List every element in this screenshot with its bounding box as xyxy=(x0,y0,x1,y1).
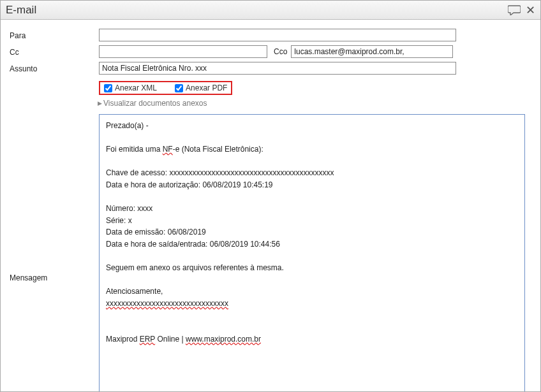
row-options: Anexar XML Anexar PDF ▶ Visualizar docum… xyxy=(10,78,534,110)
anexar-xml-checkbox[interactable]: Anexar XML xyxy=(104,83,157,92)
wavy-nf: NF xyxy=(163,145,173,154)
label-mensagem: Mensagem xyxy=(10,114,99,392)
anexar-pdf-input[interactable] xyxy=(175,84,183,92)
anexar-xml-input[interactable] xyxy=(104,84,112,92)
msg-numero: Número: xxxx xyxy=(106,203,518,215)
para-input[interactable] xyxy=(99,29,456,41)
msg-chave: Chave de acesso: xxxxxxxxxxxxxxxxxxxxxxx… xyxy=(106,167,518,179)
row-assunto: Assunto xyxy=(10,62,534,75)
comment-icon[interactable] xyxy=(508,5,521,15)
msg-saida: Data e hora de saída/entrada: 06/08/2019… xyxy=(106,238,518,250)
message-textarea[interactable]: Prezado(a) - Foi emitida uma NF-e (Nota … xyxy=(99,114,525,392)
msg-greeting: Prezado(a) - xyxy=(106,120,518,132)
title-bar: E-mail ✕ xyxy=(1,1,540,20)
email-form: Para Cc Cco Assunto Anexar XML xyxy=(1,20,540,392)
assunto-input[interactable] xyxy=(99,62,456,75)
row-cc: Cc Cco xyxy=(10,45,534,58)
msg-emissao: Data de emissão: 06/08/2019 xyxy=(106,226,518,238)
window-title: E-mail xyxy=(6,4,36,17)
label-para: Para xyxy=(10,30,99,40)
msg-xline: xxxxxxxxxxxxxxxxxxxxxxxxxxxxxxxx xyxy=(106,298,518,310)
anexar-xml-label: Anexar XML xyxy=(115,83,157,92)
visualizar-anexos-label: Visualizar documentos anexos xyxy=(103,99,207,108)
msg-footer: Maxiprod ERP Online | www.maxiprod.com.b… xyxy=(106,333,518,345)
chevron-right-icon: ▶ xyxy=(98,100,102,106)
label-cco: Cco xyxy=(274,47,287,56)
msg-auth: Data e hora de autorização: 06/08/2019 1… xyxy=(106,179,518,191)
row-para: Para xyxy=(10,29,534,41)
cco-input[interactable] xyxy=(291,45,453,58)
label-assunto: Assunto xyxy=(10,63,99,73)
anexar-pdf-label: Anexar PDF xyxy=(186,83,227,92)
anexar-pdf-checkbox[interactable]: Anexar PDF xyxy=(175,83,227,92)
attachments-highlight-box: Anexar XML Anexar PDF xyxy=(99,81,232,95)
label-cc: Cc xyxy=(10,47,99,57)
visualizar-anexos-expander[interactable]: ▶ Visualizar documentos anexos xyxy=(98,99,207,108)
msg-intro: Foi emitida uma NF-e (Nota Fiscal Eletrô… xyxy=(106,143,518,156)
close-icon[interactable]: ✕ xyxy=(526,4,535,16)
cc-input[interactable] xyxy=(99,45,267,58)
row-mensagem: Mensagem Prezado(a) - Foi emitida uma NF… xyxy=(10,114,534,392)
msg-atenciosamente: Atenciosamente, xyxy=(106,286,518,298)
msg-seguem: Seguem em anexo os arquivos referentes à… xyxy=(106,262,518,274)
title-bar-icons: ✕ xyxy=(508,4,535,16)
msg-serie: Série: x xyxy=(106,215,518,227)
